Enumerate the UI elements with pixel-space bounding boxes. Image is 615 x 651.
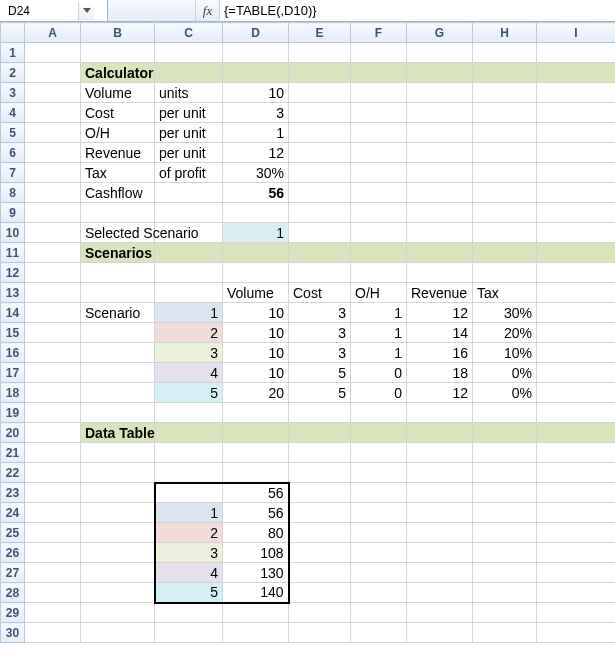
cell-B7[interactable]: Tax	[81, 163, 155, 183]
cell-C28[interactable]: 5	[155, 583, 223, 603]
cell-A27[interactable]	[25, 563, 81, 583]
cell-H4[interactable]	[473, 103, 537, 123]
cell-B27[interactable]	[81, 563, 155, 583]
cell-G21[interactable]	[407, 443, 473, 463]
cell-B12[interactable]	[81, 263, 155, 283]
cell-E8[interactable]	[289, 183, 351, 203]
cell-F10[interactable]	[351, 223, 407, 243]
row-header-5[interactable]: 5	[1, 123, 25, 143]
cell-I23[interactable]	[537, 483, 616, 503]
cell-B17[interactable]	[81, 363, 155, 383]
cell-D18[interactable]: 20	[223, 383, 289, 403]
cell-C11[interactable]	[155, 243, 223, 263]
cell-B19[interactable]	[81, 403, 155, 423]
cell-E25[interactable]	[289, 523, 351, 543]
col-header-F[interactable]: F	[351, 23, 407, 43]
cell-F24[interactable]	[351, 503, 407, 523]
cell-D5[interactable]: 1	[223, 123, 289, 143]
cell-F23[interactable]	[351, 483, 407, 503]
cell-H14[interactable]: 30%	[473, 303, 537, 323]
cell-B30[interactable]	[81, 623, 155, 643]
cell-B2[interactable]: Calculator	[81, 63, 155, 83]
cell-A1[interactable]	[25, 43, 81, 63]
cell-B4[interactable]: Cost	[81, 103, 155, 123]
cell-B18[interactable]	[81, 383, 155, 403]
cell-G12[interactable]	[407, 263, 473, 283]
cell-D14[interactable]: 10	[223, 303, 289, 323]
cell-B21[interactable]	[81, 443, 155, 463]
cell-C2[interactable]	[155, 63, 223, 83]
cell-B26[interactable]	[81, 543, 155, 563]
col-header-G[interactable]: G	[407, 23, 473, 43]
cell-G30[interactable]	[407, 623, 473, 643]
cell-G9[interactable]	[407, 203, 473, 223]
cell-F29[interactable]	[351, 603, 407, 623]
cell-I8[interactable]	[537, 183, 616, 203]
cell-B23[interactable]	[81, 483, 155, 503]
cell-H30[interactable]	[473, 623, 537, 643]
cell-I21[interactable]	[537, 443, 616, 463]
cell-E13[interactable]: Cost	[289, 283, 351, 303]
cell-C5[interactable]: per unit	[155, 123, 223, 143]
cell-G11[interactable]	[407, 243, 473, 263]
cell-F8[interactable]	[351, 183, 407, 203]
cell-H25[interactable]	[473, 523, 537, 543]
cell-G26[interactable]	[407, 543, 473, 563]
cell-A15[interactable]	[25, 323, 81, 343]
cell-H26[interactable]	[473, 543, 537, 563]
cell-E19[interactable]	[289, 403, 351, 423]
cell-D19[interactable]	[223, 403, 289, 423]
cell-H20[interactable]	[473, 423, 537, 443]
cell-B25[interactable]	[81, 523, 155, 543]
cell-I30[interactable]	[537, 623, 616, 643]
cell-E5[interactable]	[289, 123, 351, 143]
cell-E4[interactable]	[289, 103, 351, 123]
cell-C13[interactable]	[155, 283, 223, 303]
cell-D7[interactable]: 30%	[223, 163, 289, 183]
cell-G5[interactable]	[407, 123, 473, 143]
cell-A12[interactable]	[25, 263, 81, 283]
cell-A30[interactable]	[25, 623, 81, 643]
cell-E18[interactable]: 5	[289, 383, 351, 403]
cell-G2[interactable]	[407, 63, 473, 83]
cell-E7[interactable]	[289, 163, 351, 183]
cell-I5[interactable]	[537, 123, 616, 143]
cell-A24[interactable]	[25, 503, 81, 523]
cell-G25[interactable]	[407, 523, 473, 543]
col-header-B[interactable]: B	[81, 23, 155, 43]
cell-G10[interactable]	[407, 223, 473, 243]
cell-B9[interactable]	[81, 203, 155, 223]
cell-C1[interactable]	[155, 43, 223, 63]
cell-D30[interactable]	[223, 623, 289, 643]
cell-A5[interactable]	[25, 123, 81, 143]
cell-I2[interactable]	[537, 63, 616, 83]
cell-H12[interactable]	[473, 263, 537, 283]
cell-A18[interactable]	[25, 383, 81, 403]
cell-B28[interactable]	[81, 583, 155, 603]
fx-button[interactable]: fx	[196, 0, 220, 21]
cell-C12[interactable]	[155, 263, 223, 283]
cell-C6[interactable]: per unit	[155, 143, 223, 163]
cell-I26[interactable]	[537, 543, 616, 563]
cell-F13[interactable]: O/H	[351, 283, 407, 303]
cell-E9[interactable]	[289, 203, 351, 223]
row-header-15[interactable]: 15	[1, 323, 25, 343]
cell-H24[interactable]	[473, 503, 537, 523]
name-box-dropdown[interactable]	[78, 2, 94, 20]
cell-D27[interactable]: 130	[223, 563, 289, 583]
cell-D21[interactable]	[223, 443, 289, 463]
cell-G20[interactable]	[407, 423, 473, 443]
row-header-19[interactable]: 19	[1, 403, 25, 423]
cell-D17[interactable]: 10	[223, 363, 289, 383]
cell-I3[interactable]	[537, 83, 616, 103]
cell-C17[interactable]: 4	[155, 363, 223, 383]
row-header-13[interactable]: 13	[1, 283, 25, 303]
cell-C7[interactable]: of profit	[155, 163, 223, 183]
cell-E30[interactable]	[289, 623, 351, 643]
cell-F12[interactable]	[351, 263, 407, 283]
cell-C3[interactable]: units	[155, 83, 223, 103]
cell-I29[interactable]	[537, 603, 616, 623]
cell-H10[interactable]	[473, 223, 537, 243]
row-header-6[interactable]: 6	[1, 143, 25, 163]
cell-C30[interactable]	[155, 623, 223, 643]
